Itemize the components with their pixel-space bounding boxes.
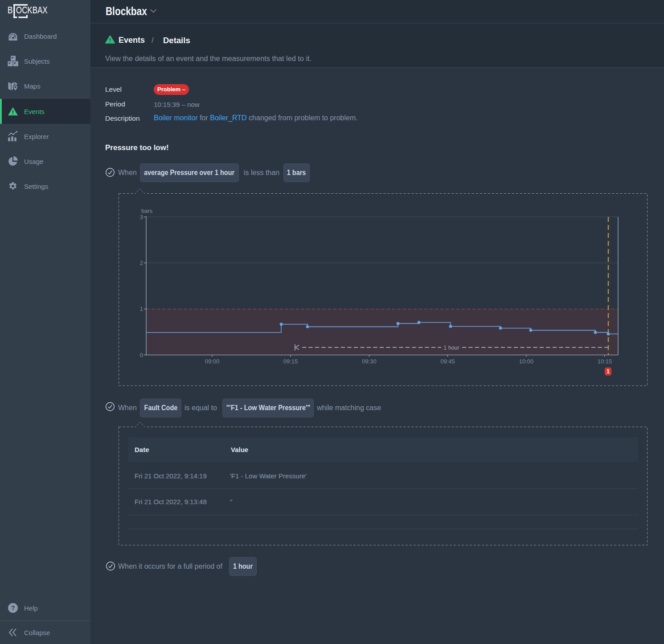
svg-text:bars: bars	[141, 208, 153, 214]
svg-text:09:00: 09:00	[205, 358, 220, 365]
svg-text:2: 2	[140, 260, 143, 266]
svg-text:1 hour: 1 hour	[443, 345, 459, 351]
svg-text:0: 0	[140, 352, 143, 359]
svg-text:09:45: 09:45	[440, 358, 455, 365]
svg-text:3: 3	[140, 214, 143, 220]
svg-text:?: ?	[11, 604, 15, 611]
svg-text:B: B	[8, 5, 13, 16]
svg-text:09:30: 09:30	[362, 358, 377, 365]
svg-text:10:00: 10:00	[519, 358, 534, 365]
svg-text:1: 1	[140, 306, 143, 312]
svg-text:09:15: 09:15	[283, 358, 298, 365]
svg-text:OCKBAX: OCKBAX	[16, 5, 48, 16]
svg-text:10:15: 10:15	[598, 358, 612, 365]
